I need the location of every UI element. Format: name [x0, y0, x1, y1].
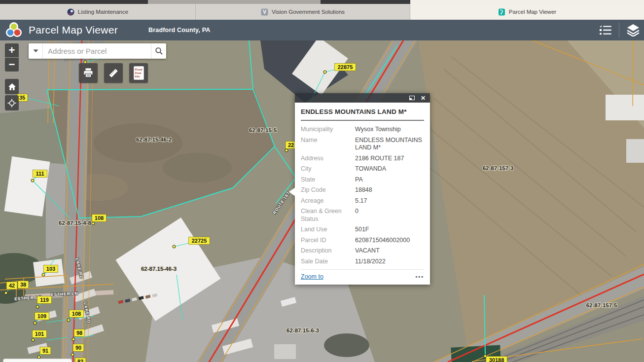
svg-text:119: 119 [40, 297, 49, 303]
svg-text:109: 109 [37, 313, 46, 319]
popup-more-menu[interactable]: ••• [415, 274, 424, 280]
popup-field-row: Zip Code18848 [301, 186, 424, 194]
browser-tab-bar: Listing Maintenance V Vision Government … [0, 4, 644, 20]
print-icon [83, 68, 94, 78]
map-canvas[interactable]: 62-87.15-46-262-87-15-562-87.15-4-862-87… [0, 40, 644, 362]
legend-icon[interactable] [599, 25, 612, 36]
parcel-info-popup: ✕ ENDLESS MOUNTAINS LAND M* Municipality… [295, 93, 430, 285]
popup-titlebar: ✕ [295, 93, 430, 103]
tab-listing-maintenance[interactable]: Listing Maintenance [0, 4, 196, 20]
search-icon [155, 47, 163, 55]
popup-field-row: DescriptionVACANT [301, 247, 424, 255]
home-button[interactable] [5, 79, 19, 94]
page-title: Parcel Map Viewer [29, 24, 118, 36]
popup-footer: Zoom to ••• [301, 269, 424, 281]
parcel-id-label: 62-87.15-46-2 [136, 137, 172, 143]
popup-field-row: Address2186 ROUTE 187 [301, 155, 424, 163]
svg-text:91: 91 [42, 348, 48, 354]
tab-vision-government-solutions[interactable]: V Vision Government Solutions [196, 4, 410, 20]
flood-zone-info-button[interactable]: Flood Zone Info [129, 63, 148, 83]
svg-text:103: 103 [46, 266, 55, 272]
svg-text:101: 101 [35, 331, 44, 337]
search-button[interactable] [151, 43, 166, 59]
svg-text:V: V [263, 9, 266, 15]
svg-text:90: 90 [75, 345, 81, 351]
close-icon[interactable]: ✕ [421, 95, 426, 101]
popup-field-row: Land Use501F [301, 226, 424, 234]
svg-text:108: 108 [95, 215, 104, 221]
zoom-to-link[interactable]: Zoom to [301, 273, 323, 280]
print-button[interactable] [79, 63, 98, 83]
popup-title: ENDLESS MOUNTAINS LAND M* [301, 108, 424, 121]
parcel-id-label: 62-87-157-3 [483, 165, 514, 171]
vision-favicon: V [261, 8, 268, 16]
parcel-id-label: 62-87.15-46-3 [141, 266, 177, 272]
tab-parcel-map-viewer[interactable]: Parcel Map Viewer [410, 4, 644, 20]
browser-window-top [0, 0, 644, 4]
parcel-id-label: 62-87-157-5 [586, 302, 617, 308]
parcel-id-label: 62-87.15-6-3 [286, 327, 319, 333]
svg-text:35: 35 [19, 95, 25, 101]
flood-zone-doc-icon: Flood Zone Info [134, 66, 144, 80]
svg-text:108: 108 [72, 311, 81, 317]
zoom-out-button[interactable]: − [5, 58, 19, 72]
svg-text:111: 111 [36, 171, 44, 177]
listing-maintenance-favicon [67, 8, 74, 16]
search-widget [29, 43, 166, 59]
popup-fields: MunicipalityWysox TownshipNameENDLESS MO… [301, 126, 424, 265]
search-source-dropdown[interactable] [29, 43, 43, 59]
svg-text:42: 42 [9, 283, 15, 289]
tab-label: Vision Government Solutions [272, 9, 345, 15]
tab-label: Parcel Map Viewer [509, 9, 556, 15]
ruler-icon [107, 67, 119, 79]
popup-field-row: Sale Date11/18/2022 [301, 258, 424, 266]
svg-text:82: 82 [77, 359, 83, 362]
popup-field-row: CityTOWANDA [301, 165, 424, 173]
parcel-id-label: 62-87.15-4-8 [59, 220, 91, 226]
popup-field-row: Acreage5.17 [301, 197, 424, 205]
tab-label: Listing Maintenance [78, 9, 128, 15]
popup-field-row: StatePA [301, 176, 424, 184]
locate-button[interactable] [5, 95, 19, 110]
crosshair-icon [7, 99, 16, 108]
svg-text:22: 22 [288, 142, 294, 148]
popup-field-row: NameENDLESS MOUNTAINS LAND M* [301, 137, 424, 152]
layers-icon[interactable] [626, 24, 640, 36]
popup-field-row: MunicipalityWysox Township [301, 126, 424, 134]
svg-text:30188: 30188 [489, 357, 504, 362]
search-input[interactable] [43, 43, 151, 59]
county-label: Bradford County, PA [148, 27, 211, 34]
svg-text:38: 38 [20, 282, 26, 288]
parcel-map-viewer-favicon [498, 8, 505, 16]
bottom-left-widget-partial[interactable] [3, 359, 72, 362]
header-divider [619, 23, 619, 37]
svg-text:22875: 22875 [338, 64, 353, 70]
app-logo [5, 22, 23, 38]
parcel-id-label: 62-87-15-5 [249, 127, 277, 133]
home-icon [8, 83, 16, 91]
zoom-in-button[interactable]: + [5, 43, 19, 57]
popup-dock-icon[interactable] [409, 96, 415, 100]
popup-field-row: Clean & Green Status0 [301, 208, 424, 223]
measure-button[interactable] [104, 63, 123, 83]
screen: Listing Maintenance V Vision Government … [0, 0, 644, 362]
svg-text:22725: 22725 [192, 238, 207, 244]
popup-field-row: Parcel ID6208715046002000 [301, 237, 424, 245]
svg-text:98: 98 [76, 330, 82, 336]
app-header: Parcel Map Viewer Bradford County, PA [0, 20, 644, 40]
chevron-down-icon [33, 49, 38, 53]
